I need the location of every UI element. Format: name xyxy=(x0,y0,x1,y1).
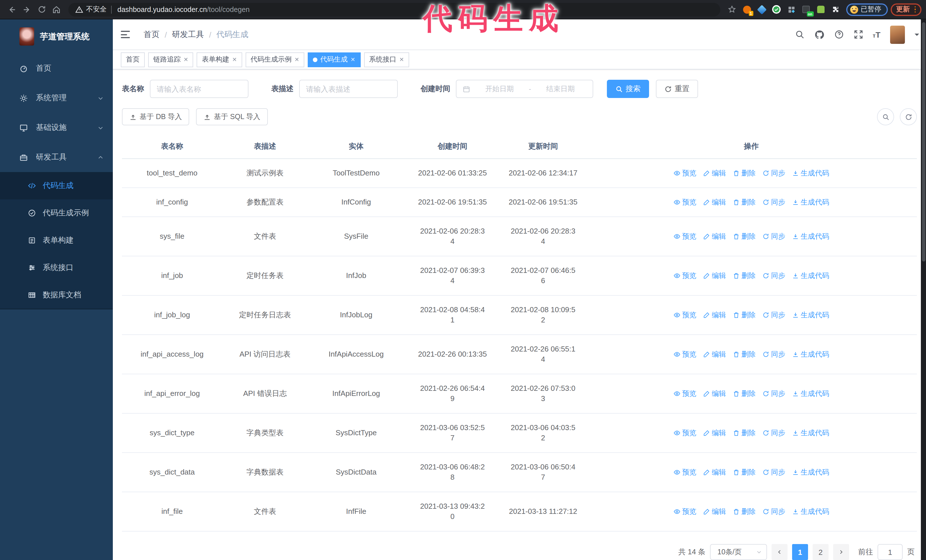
close-icon[interactable]: ✕ xyxy=(399,56,404,63)
goto-page-input[interactable] xyxy=(878,544,903,560)
delete-link[interactable]: 删除 xyxy=(733,506,756,517)
tab-home[interactable]: 首页 xyxy=(121,52,145,67)
sidebar-item-form-builder[interactable]: 表单构建 xyxy=(0,227,113,254)
close-icon[interactable]: ✕ xyxy=(183,56,188,63)
tab-codegen-example[interactable]: 代码生成示例✕ xyxy=(246,52,304,67)
fullscreen-icon[interactable] xyxy=(853,30,863,39)
preview-link[interactable]: 预览 xyxy=(673,168,696,178)
end-date-placeholder[interactable]: 结束日期 xyxy=(534,84,586,94)
close-icon[interactable]: ✕ xyxy=(351,56,355,63)
avatar[interactable] xyxy=(890,25,905,44)
address-bar[interactable]: 不安全 dashboard.yudao.iocoder.cn/tool/code… xyxy=(68,3,720,16)
extension-check-icon[interactable] xyxy=(770,3,783,16)
hide-search-icon[interactable] xyxy=(877,108,894,125)
sidebar-item-codegen-example[interactable]: 代码生成示例 xyxy=(0,199,113,227)
browser-update-button[interactable]: 更新 xyxy=(890,3,921,16)
delete-link[interactable]: 删除 xyxy=(733,231,756,242)
tab-form-builder[interactable]: 表单构建✕ xyxy=(197,52,242,67)
preview-link[interactable]: 预览 xyxy=(673,388,696,399)
browser-scrollbar[interactable] xyxy=(921,20,926,560)
forward-icon[interactable] xyxy=(20,2,34,17)
edit-link[interactable]: 编辑 xyxy=(703,467,726,477)
generate-code-link[interactable]: 生成代码 xyxy=(792,388,829,399)
sync-link[interactable]: 同步 xyxy=(763,231,785,242)
generate-code-link[interactable]: 生成代码 xyxy=(792,428,829,438)
sidebar-item-devtools[interactable]: 研发工具 xyxy=(0,142,113,172)
close-icon[interactable]: ✕ xyxy=(232,56,237,63)
generate-code-link[interactable]: 生成代码 xyxy=(792,506,829,517)
generate-code-link[interactable]: 生成代码 xyxy=(792,270,829,281)
page-button-1[interactable]: 1 xyxy=(792,544,808,560)
preview-link[interactable]: 预览 xyxy=(673,467,696,477)
breadcrumb-home[interactable]: 首页 xyxy=(144,29,160,39)
refresh-icon[interactable] xyxy=(900,108,917,125)
date-range-picker[interactable]: 开始日期 - 结束日期 xyxy=(456,80,593,98)
font-size-icon[interactable]: тT xyxy=(873,30,881,39)
back-icon[interactable] xyxy=(5,2,20,17)
generate-code-link[interactable]: 生成代码 xyxy=(792,168,829,178)
puzzle-extensions-icon[interactable] xyxy=(829,3,842,16)
delete-link[interactable]: 删除 xyxy=(733,270,756,281)
table-desc-input[interactable] xyxy=(299,80,398,98)
paused-extension-pill[interactable]: 已暂停 xyxy=(846,3,888,16)
sync-link[interactable]: 同步 xyxy=(763,197,785,207)
sync-link[interactable]: 同步 xyxy=(763,467,785,477)
preview-link[interactable]: 预览 xyxy=(673,310,696,320)
extension-robot-icon[interactable] xyxy=(815,3,827,16)
tab-codegen[interactable]: 代码生成✕ xyxy=(308,52,360,67)
generate-code-link[interactable]: 生成代码 xyxy=(792,310,829,320)
edit-link[interactable]: 编辑 xyxy=(703,310,726,320)
sidebar-logo[interactable]: 芋道管理系统 xyxy=(0,20,113,54)
browser-menu-icon[interactable] xyxy=(914,6,916,13)
reset-button[interactable]: 重置 xyxy=(656,80,698,98)
delete-link[interactable]: 删除 xyxy=(733,168,756,178)
sync-link[interactable]: 同步 xyxy=(763,310,785,320)
page-button-2[interactable]: 2 xyxy=(813,544,829,560)
preview-link[interactable]: 预览 xyxy=(673,197,696,207)
sidebar-item-infra[interactable]: 基础设施 xyxy=(0,113,113,142)
sidebar-item-system-api[interactable]: 系统接口 xyxy=(0,254,113,281)
sync-link[interactable]: 同步 xyxy=(763,349,785,359)
tab-tracing[interactable]: 链路追踪✕ xyxy=(148,52,194,67)
start-date-placeholder[interactable]: 开始日期 xyxy=(474,84,525,94)
breadcrumb-devtools[interactable]: 研发工具 xyxy=(172,29,204,39)
sync-link[interactable]: 同步 xyxy=(763,270,785,281)
generate-code-link[interactable]: 生成代码 xyxy=(792,467,829,477)
edit-link[interactable]: 编辑 xyxy=(703,506,726,517)
prev-page-button[interactable] xyxy=(772,544,788,560)
bookmark-star-icon[interactable] xyxy=(726,3,738,16)
generate-code-link[interactable]: 生成代码 xyxy=(792,231,829,242)
tab-system-api[interactable]: 系统接口✕ xyxy=(364,52,409,67)
sidebar-item-home[interactable]: 首页 xyxy=(0,54,113,83)
edit-link[interactable]: 编辑 xyxy=(703,197,726,207)
delete-link[interactable]: 删除 xyxy=(733,388,756,399)
preview-link[interactable]: 预览 xyxy=(673,270,696,281)
edit-link[interactable]: 编辑 xyxy=(703,270,726,281)
edit-link[interactable]: 编辑 xyxy=(703,388,726,399)
table-name-input[interactable] xyxy=(150,80,248,98)
scrollbar-thumb[interactable] xyxy=(922,22,925,261)
warning-triangle-icon[interactable] xyxy=(75,5,83,14)
edit-link[interactable]: 编辑 xyxy=(703,231,726,242)
delete-link[interactable]: 删除 xyxy=(733,428,756,438)
delete-link[interactable]: 删除 xyxy=(733,467,756,477)
edit-link[interactable]: 编辑 xyxy=(703,168,726,178)
search-icon[interactable] xyxy=(794,30,804,39)
github-icon[interactable] xyxy=(814,29,824,39)
security-warning[interactable]: 不安全 xyxy=(86,5,107,14)
sync-link[interactable]: 同步 xyxy=(763,168,785,178)
import-db-button[interactable]: 基于 DB 导入 xyxy=(122,108,189,125)
preview-link[interactable]: 预览 xyxy=(673,506,696,517)
preview-link[interactable]: 预览 xyxy=(673,428,696,438)
sync-link[interactable]: 同步 xyxy=(763,428,785,438)
generate-code-link[interactable]: 生成代码 xyxy=(792,349,829,359)
sync-link[interactable]: 同步 xyxy=(763,388,785,399)
edit-link[interactable]: 编辑 xyxy=(703,428,726,438)
reload-icon[interactable] xyxy=(34,2,49,17)
search-button[interactable]: 搜索 xyxy=(607,80,649,98)
delete-link[interactable]: 删除 xyxy=(733,197,756,207)
next-page-button[interactable] xyxy=(833,544,849,560)
sidebar-item-system[interactable]: 系统管理 xyxy=(0,83,113,113)
delete-link[interactable]: 删除 xyxy=(733,310,756,320)
close-icon[interactable]: ✕ xyxy=(295,56,300,63)
